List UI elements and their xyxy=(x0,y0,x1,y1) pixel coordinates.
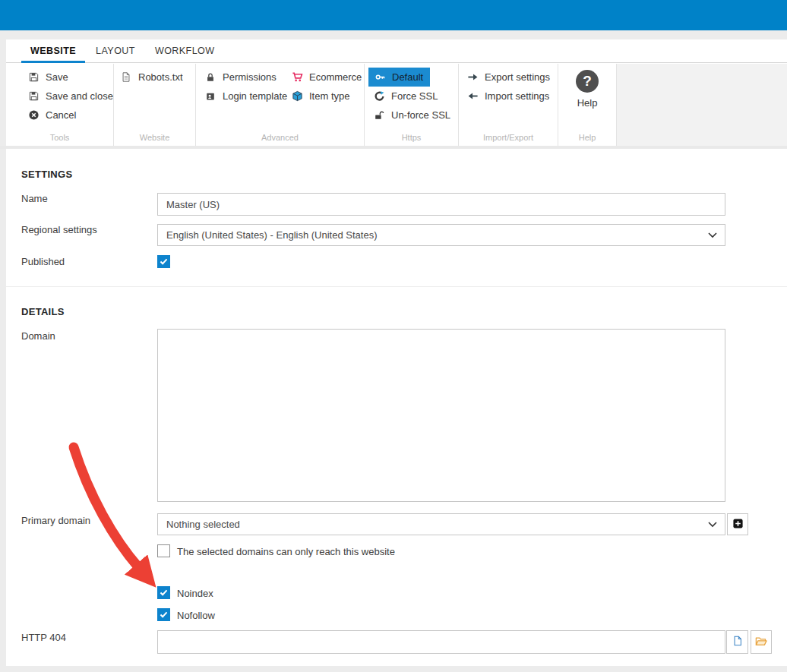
save-label: Save xyxy=(46,71,68,83)
next-section-band xyxy=(0,666,787,672)
header-strip xyxy=(0,30,787,39)
http-404-label: HTTP 404 xyxy=(21,632,66,643)
ribbon-group-label-tools: Tools xyxy=(6,133,113,142)
settings-section-title: SETTINGS xyxy=(21,169,72,180)
domain-label: Domain xyxy=(21,330,55,342)
check-icon xyxy=(160,611,168,618)
chevron-down-icon xyxy=(708,519,717,530)
published-checkbox[interactable] xyxy=(157,255,170,268)
new-document-icon xyxy=(732,635,743,649)
settings-page: SETTINGS Name Regional settings English … xyxy=(6,149,787,672)
add-domain-button[interactable] xyxy=(727,513,748,535)
export-settings-label: Export settings xyxy=(485,71,550,83)
help-button-label: Help xyxy=(577,97,598,109)
http-404-input[interactable] xyxy=(157,630,725,654)
login-template-button[interactable]: Login template xyxy=(200,87,292,106)
cancel-icon xyxy=(27,109,40,121)
unlock-icon xyxy=(373,110,385,121)
shopping-cart-icon xyxy=(291,71,303,83)
ribbon-group-website: Robots.txt Website xyxy=(114,64,196,146)
tab-website[interactable]: WEBSITE xyxy=(21,39,85,62)
permissions-label: Permissions xyxy=(223,71,277,83)
ribbon-group-tools: Save Save and close Cancel Tools xyxy=(6,64,114,146)
tab-workflow[interactable]: WORKFLOW xyxy=(146,39,224,62)
only-reach-checkbox[interactable] xyxy=(157,544,170,557)
ribbon-tab-strip: WEBSITE LAYOUT WORKFLOW xyxy=(6,39,787,63)
item-type-button[interactable]: Item type xyxy=(286,87,354,106)
save-button[interactable]: Save xyxy=(23,68,73,87)
ribbon-group-label-import-export: Import/Export xyxy=(459,133,558,142)
chevron-down-icon xyxy=(708,229,717,241)
nofollow-checkbox[interactable] xyxy=(157,608,170,621)
left-gutter xyxy=(0,39,6,672)
cancel-button[interactable]: Cancel xyxy=(23,106,81,125)
plus-icon xyxy=(732,518,744,532)
import-settings-label: Import settings xyxy=(485,90,549,102)
force-ssl-label: Force SSL xyxy=(391,90,438,102)
ribbon: Save Save and close Cancel Tools xyxy=(6,64,787,146)
robots-txt-button[interactable]: Robots.txt xyxy=(115,68,188,87)
arrow-right-icon xyxy=(466,71,479,83)
check-icon xyxy=(160,589,168,596)
details-section-title: DETAILS xyxy=(21,306,65,317)
ribbon-group-import-export: Export settings Import settings Import/E… xyxy=(459,64,558,146)
ribbon-group-label-https: Https xyxy=(365,133,458,142)
regional-settings-value: English (United States) - English (Unite… xyxy=(166,229,377,241)
help-button[interactable]: ? xyxy=(576,70,599,93)
contact-card-icon xyxy=(204,91,217,102)
lock-icon xyxy=(204,72,217,83)
tab-layout[interactable]: LAYOUT xyxy=(87,39,144,62)
regional-settings-select[interactable]: English (United States) - English (Unite… xyxy=(157,224,725,246)
default-label: Default xyxy=(392,71,423,83)
permissions-button[interactable]: Permissions xyxy=(200,68,281,87)
force-ssl-globe-icon xyxy=(373,90,385,102)
noindex-label: Noindex xyxy=(177,588,213,599)
nofollow-label: Nofollow xyxy=(177,610,215,621)
save-icon xyxy=(27,71,40,83)
published-label: Published xyxy=(21,256,65,267)
primary-domain-label: Primary domain xyxy=(21,515,90,526)
ribbon-group-label-website: Website xyxy=(114,133,195,142)
key-icon xyxy=(374,71,386,83)
cancel-label: Cancel xyxy=(46,109,76,121)
name-label: Name xyxy=(21,193,48,204)
document-icon xyxy=(120,71,132,83)
primary-domain-select[interactable]: Nothing selected xyxy=(157,513,725,535)
regional-settings-label: Regional settings xyxy=(21,224,97,235)
ecommerce-button[interactable]: Ecommerce xyxy=(286,68,366,87)
open-folder-icon xyxy=(755,636,767,648)
domain-textarea[interactable] xyxy=(157,329,725,502)
unforce-ssl-button[interactable]: Un-force SSL xyxy=(368,106,455,125)
section-divider xyxy=(6,286,787,287)
noindex-checkbox[interactable] xyxy=(157,586,170,599)
app-title-bar xyxy=(0,0,787,30)
robots-txt-label: Robots.txt xyxy=(138,71,183,83)
ecommerce-label: Ecommerce xyxy=(309,71,362,83)
save-icon xyxy=(27,90,40,102)
force-ssl-button[interactable]: Force SSL xyxy=(368,87,442,106)
cube-icon xyxy=(291,90,303,102)
save-and-close-button[interactable]: Save and close xyxy=(23,87,118,106)
ribbon-group-advanced: Permissions Login template Ecommerce xyxy=(196,64,365,146)
arrow-left-icon xyxy=(466,90,479,102)
primary-domain-value: Nothing selected xyxy=(166,519,240,530)
item-type-label: Item type xyxy=(309,90,349,102)
unforce-ssl-label: Un-force SSL xyxy=(391,109,450,121)
http-404-new-page-button[interactable] xyxy=(726,630,748,654)
default-button[interactable]: Default xyxy=(368,68,430,87)
ribbon-group-help: ? Help Help xyxy=(558,64,617,146)
ribbon-group-label-advanced: Advanced xyxy=(196,133,364,142)
question-mark-icon: ? xyxy=(583,73,592,90)
check-icon xyxy=(160,258,168,265)
export-settings-button[interactable]: Export settings xyxy=(462,68,555,87)
import-settings-button[interactable]: Import settings xyxy=(462,87,554,106)
login-template-label: Login template xyxy=(223,90,287,102)
http-404-browse-button[interactable] xyxy=(751,630,772,654)
save-and-close-label: Save and close xyxy=(46,90,113,102)
ribbon-group-label-help: Help xyxy=(558,133,616,142)
ribbon-group-https: Default Force SSL Un-force SSL Https xyxy=(365,64,459,146)
only-reach-label: The selected domains can only reach this… xyxy=(177,546,395,557)
name-input[interactable] xyxy=(157,193,725,216)
